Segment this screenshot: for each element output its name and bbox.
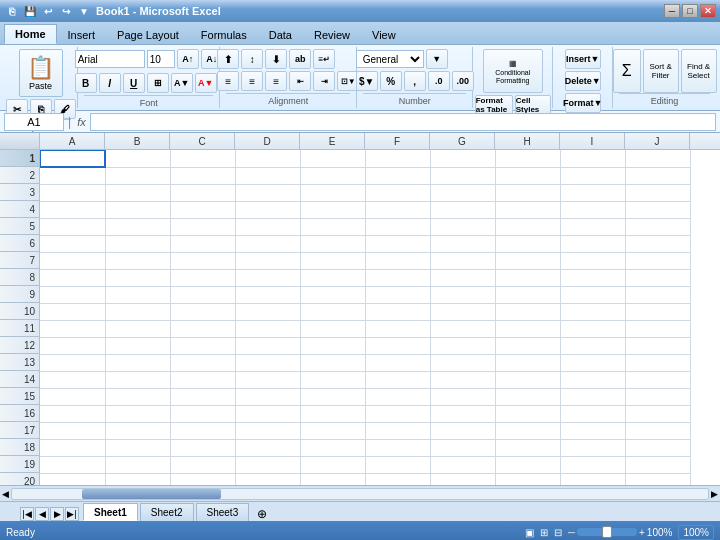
table-row[interactable] <box>40 286 105 303</box>
table-row[interactable] <box>105 201 170 218</box>
align-right-btn[interactable]: ≡ <box>265 71 287 91</box>
table-row[interactable] <box>235 320 300 337</box>
table-row[interactable] <box>430 184 495 201</box>
table-row[interactable] <box>235 473 300 485</box>
table-row[interactable] <box>40 456 105 473</box>
table-row[interactable] <box>235 235 300 252</box>
table-row[interactable] <box>625 235 690 252</box>
table-row[interactable] <box>170 201 235 218</box>
page-break-btn[interactable]: ⊟ <box>554 527 562 538</box>
wrap-text-btn[interactable]: ≡↵ <box>313 49 335 69</box>
table-row[interactable] <box>430 286 495 303</box>
table-row[interactable] <box>105 405 170 422</box>
table-row[interactable] <box>430 388 495 405</box>
table-row[interactable] <box>40 201 105 218</box>
row-header-17[interactable]: 17 <box>0 422 39 439</box>
table-row[interactable] <box>430 167 495 184</box>
minimize-btn[interactable]: ─ <box>664 4 680 18</box>
table-row[interactable] <box>430 405 495 422</box>
table-row[interactable] <box>430 422 495 439</box>
table-row[interactable] <box>365 235 430 252</box>
table-row[interactable] <box>625 303 690 320</box>
col-header-G[interactable]: G <box>430 133 495 149</box>
table-row[interactable] <box>300 371 365 388</box>
align-center-btn[interactable]: ≡ <box>241 71 263 91</box>
paste-button[interactable]: 📋 Paste <box>19 49 63 97</box>
table-row[interactable] <box>235 456 300 473</box>
table-row[interactable] <box>235 252 300 269</box>
increase-decimal-btn[interactable]: .00 <box>452 71 474 91</box>
font-size-input[interactable] <box>147 50 175 68</box>
table-row[interactable] <box>365 167 430 184</box>
table-row[interactable] <box>495 337 560 354</box>
table-row[interactable] <box>560 337 625 354</box>
number-format-more[interactable]: ▼ <box>426 49 448 69</box>
table-row[interactable] <box>560 150 625 167</box>
table-row[interactable] <box>40 303 105 320</box>
table-row[interactable] <box>235 371 300 388</box>
table-row[interactable] <box>40 184 105 201</box>
table-row[interactable] <box>495 286 560 303</box>
table-row[interactable] <box>170 405 235 422</box>
normal-view-btn[interactable]: ▣ <box>525 527 534 538</box>
table-row[interactable] <box>235 405 300 422</box>
tab-review[interactable]: Review <box>303 24 361 44</box>
page-layout-btn[interactable]: ⊞ <box>540 527 548 538</box>
table-row[interactable] <box>300 150 365 167</box>
table-row[interactable] <box>170 320 235 337</box>
table-row[interactable] <box>365 252 430 269</box>
table-row[interactable] <box>495 405 560 422</box>
sheet-tab-2[interactable]: Sheet2 <box>140 503 194 521</box>
table-row[interactable] <box>40 405 105 422</box>
table-row[interactable] <box>365 371 430 388</box>
col-header-D[interactable]: D <box>235 133 300 149</box>
table-row[interactable] <box>495 473 560 485</box>
table-row[interactable] <box>430 303 495 320</box>
find-select-btn[interactable]: Find & Select <box>681 49 717 93</box>
font-name-input[interactable] <box>75 50 145 68</box>
col-header-J[interactable]: J <box>625 133 690 149</box>
table-row[interactable] <box>235 388 300 405</box>
table-row[interactable] <box>430 354 495 371</box>
table-row[interactable] <box>430 473 495 485</box>
table-row[interactable] <box>495 456 560 473</box>
table-row[interactable] <box>40 337 105 354</box>
tab-data[interactable]: Data <box>258 24 303 44</box>
table-row[interactable] <box>300 235 365 252</box>
table-row[interactable] <box>560 303 625 320</box>
table-row[interactable] <box>495 218 560 235</box>
save-quick-btn[interactable]: 💾 <box>22 3 38 19</box>
col-header-E[interactable]: E <box>300 133 365 149</box>
table-row[interactable] <box>625 388 690 405</box>
table-row[interactable] <box>430 269 495 286</box>
table-row[interactable] <box>365 269 430 286</box>
scroll-right-btn[interactable]: ▶ <box>711 489 718 499</box>
quick-access-more[interactable]: ▼ <box>76 3 92 19</box>
table-row[interactable] <box>300 184 365 201</box>
sheet-nav-next[interactable]: ▶ <box>50 507 64 521</box>
table-row[interactable] <box>365 337 430 354</box>
col-header-I[interactable]: I <box>560 133 625 149</box>
table-row[interactable] <box>430 150 495 167</box>
col-header-F[interactable]: F <box>365 133 430 149</box>
table-row[interactable] <box>170 252 235 269</box>
formula-input[interactable] <box>90 113 716 131</box>
table-row[interactable] <box>560 286 625 303</box>
table-row[interactable] <box>430 201 495 218</box>
sheet-nav-prev[interactable]: ◀ <box>35 507 49 521</box>
bold-button[interactable]: B <box>75 73 97 93</box>
table-row[interactable] <box>365 303 430 320</box>
table-row[interactable] <box>105 439 170 456</box>
row-header-16[interactable]: 16 <box>0 405 39 422</box>
table-row[interactable] <box>300 388 365 405</box>
table-row[interactable] <box>170 218 235 235</box>
table-row[interactable] <box>495 303 560 320</box>
table-row[interactable] <box>40 473 105 485</box>
table-row[interactable] <box>625 167 690 184</box>
table-row[interactable] <box>40 439 105 456</box>
table-row[interactable] <box>365 286 430 303</box>
table-row[interactable] <box>495 201 560 218</box>
table-row[interactable] <box>300 405 365 422</box>
name-box[interactable] <box>4 113 64 131</box>
table-row[interactable] <box>105 303 170 320</box>
